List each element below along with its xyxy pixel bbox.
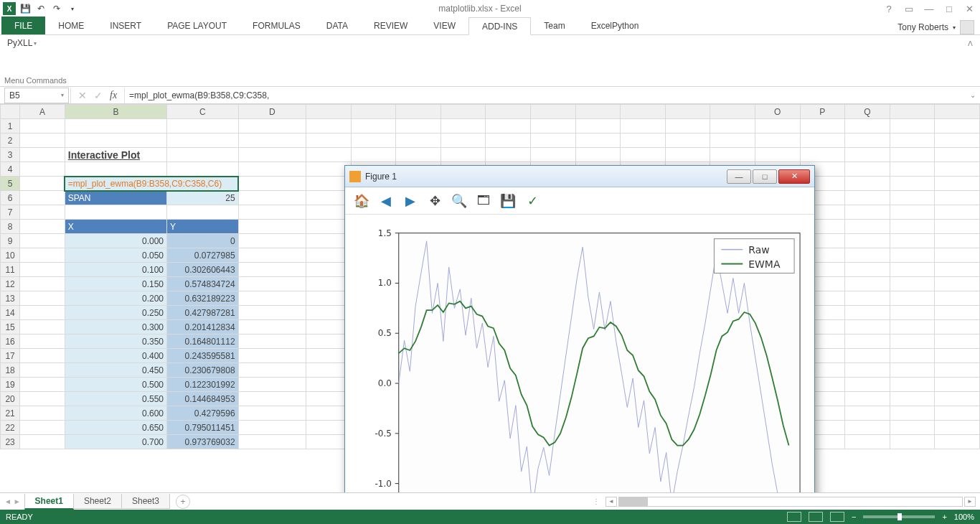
row-header[interactable]: 23 [1,435,20,449]
data-y[interactable]: 0.632189223 [167,291,239,306]
page-layout-view-icon[interactable] [809,512,823,522]
qat-customize-icon[interactable]: ▾ [66,2,79,15]
row-header[interactable]: 21 [1,406,20,421]
zoom-icon[interactable]: 🔍 [450,192,468,210]
data-y[interactable]: 0.201412834 [167,320,239,334]
row-header[interactable]: 22 [1,421,20,435]
row-header[interactable]: 15 [1,320,20,334]
formula-cell[interactable]: =mpl_plot_ewma(B9:B358,C9:C358,C6) [65,177,238,191]
tab-insert[interactable]: INSERT [97,17,154,34]
tab-page-layout[interactable]: PAGE LAYOUT [154,17,240,34]
tab-data[interactable]: DATA [314,17,361,34]
data-x[interactable]: 0.300 [65,320,166,334]
data-x[interactable]: 0.550 [65,392,166,406]
select-all-cell[interactable] [1,105,20,119]
row-header[interactable]: 14 [1,306,20,320]
tab-add-ins[interactable]: ADD-INS [468,17,531,35]
formula-input[interactable]: =mpl_plot_ewma(B9:B358,C9:C358, [124,88,966,103]
matplotlib-figure-window[interactable]: Figure 1 — □ ✕ 🏠 ◀ ▶ ✥ 🔍 🗔 💾 ✓ -1.5-1.0-… [344,165,815,492]
span-label[interactable]: SPAN [65,191,166,205]
sheet-nav[interactable]: ◄ ► [0,497,25,505]
col-header-c[interactable]: C [167,105,239,119]
data-x[interactable]: 0.500 [65,378,166,392]
col-header-p[interactable]: P [800,105,845,119]
minimize-icon[interactable]: — [921,2,937,15]
data-y[interactable]: 0.574834724 [167,277,239,291]
sheet-tab-3[interactable]: Sheet3 [121,494,170,509]
data-y[interactable]: 0.122301992 [167,378,239,392]
data-x[interactable]: 0.050 [65,248,166,263]
tab-review[interactable]: REVIEW [361,17,420,34]
mpl-canvas[interactable]: -1.5-1.0-0.50.00.51.01.5024681012141618R… [345,215,814,492]
col-header-b[interactable]: B [65,105,166,119]
zoom-in-icon[interactable]: + [942,513,946,521]
worksheet-title[interactable]: Interactive Plot [65,148,166,162]
zoom-out-icon[interactable]: − [852,513,856,521]
name-box-dropdown-icon[interactable]: ▾ [61,92,64,98]
col-header-o[interactable]: O [755,105,800,119]
data-y[interactable]: 0.4279596 [167,406,239,421]
row-header[interactable]: 5 [1,177,20,191]
data-x[interactable]: 0.700 [65,435,166,449]
cancel-formula-icon[interactable]: ✕ [78,90,87,101]
pyxll-menu[interactable]: PyXLL [7,38,973,48]
configure-subplots-icon[interactable]: 🗔 [474,192,493,210]
enter-formula-icon[interactable]: ✓ [94,90,103,101]
row-header[interactable]: 3 [1,148,20,162]
data-x[interactable]: 0.650 [65,421,166,435]
mpl-close-icon[interactable]: ✕ [778,169,810,184]
data-y[interactable]: 0 [167,234,239,248]
data-x[interactable]: 0.400 [65,349,166,363]
zoom-slider[interactable] [863,515,935,518]
row-header[interactable]: 10 [1,248,20,263]
hscroll-left-icon[interactable]: ◄ [606,497,617,507]
name-box[interactable]: B5 ▾ [4,88,69,103]
mpl-titlebar[interactable]: Figure 1 — □ ✕ [345,166,814,187]
horizontal-scrollbar[interactable] [618,497,963,507]
row-header[interactable]: 12 [1,277,20,291]
row-header[interactable]: 8 [1,220,20,234]
tab-view[interactable]: VIEW [420,17,468,34]
data-y[interactable]: 0.302606443 [167,263,239,277]
row-header[interactable]: 13 [1,291,20,306]
data-y[interactable]: 0.164801112 [167,334,239,349]
data-x[interactable]: 0.350 [65,334,166,349]
file-tab[interactable]: FILE [1,17,45,34]
data-x[interactable]: 0.450 [65,363,166,378]
maximize-icon[interactable]: □ [941,2,957,15]
zoom-level[interactable]: 100% [954,513,974,521]
row-header[interactable]: 18 [1,363,20,378]
data-y[interactable]: 0.973769032 [167,435,239,449]
header-y[interactable]: Y [167,220,239,234]
row-header[interactable]: 19 [1,378,20,392]
normal-view-icon[interactable] [787,512,801,522]
expand-formula-bar-icon[interactable]: ⌄ [966,91,980,99]
col-header-a[interactable]: A [20,105,65,119]
row-header[interactable]: 1 [1,119,20,134]
tab-excelpython[interactable]: ExcelPython [578,17,652,34]
col-header-d[interactable]: D [238,105,306,119]
add-sheet-button[interactable]: + [176,495,190,509]
tab-home[interactable]: HOME [45,17,97,34]
row-header[interactable]: 7 [1,205,20,220]
data-y[interactable]: 0.427987281 [167,306,239,320]
data-y[interactable]: 0.243595581 [167,349,239,363]
save-figure-icon[interactable]: 💾 [499,192,517,210]
row-header[interactable]: 6 [1,191,20,205]
hscroll-right-icon[interactable]: ► [964,497,976,507]
row-header[interactable]: 9 [1,234,20,248]
collapse-ribbon-icon[interactable]: ᐱ [968,39,973,47]
data-x[interactable]: 0.000 [65,234,166,248]
tab-formulas[interactable]: FORMULAS [240,17,314,34]
data-x[interactable]: 0.250 [65,306,166,320]
data-x[interactable]: 0.150 [65,277,166,291]
edit-axis-icon[interactable]: ✓ [523,192,542,210]
row-header[interactable]: 11 [1,263,20,277]
back-icon[interactable]: ◀ [377,192,395,210]
home-icon[interactable]: 🏠 [352,192,371,210]
mpl-minimize-icon[interactable]: — [727,169,751,184]
header-x[interactable]: X [65,220,166,234]
pan-icon[interactable]: ✥ [425,192,444,210]
data-y[interactable]: 0.795011451 [167,421,239,435]
user-account[interactable]: Tony Roberts ▾ [897,20,980,34]
